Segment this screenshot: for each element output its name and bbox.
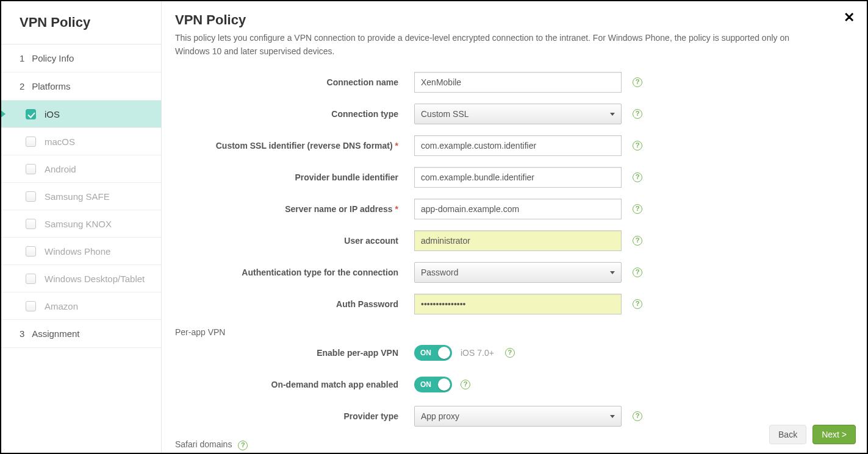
label-auth-password: Auth Password — [175, 299, 414, 309]
footer: Back Next > — [758, 416, 867, 453]
help-icon[interactable] — [633, 204, 642, 214]
label-auth-type: Authentication type for the connection — [175, 268, 414, 277]
label-custom-ssl-id: Custom SSL identifier (reverse DNS forma… — [175, 141, 414, 151]
select-value: App proxy — [421, 411, 459, 421]
select-value: Password — [421, 268, 458, 277]
label-enable-per-app: Enable per-app VPN — [175, 348, 414, 358]
help-icon[interactable] — [461, 380, 470, 389]
checkbox-icon[interactable] — [26, 109, 36, 119]
main-panel: ✕ VPN Policy This policy lets you config… — [162, 1, 867, 453]
platform-item-windows-desktop-tablet[interactable]: Windows Desktop/Tablet — [1, 265, 161, 293]
step-number: 3 — [20, 328, 29, 339]
step-label: Policy Info — [32, 53, 74, 63]
nav-step-assignment[interactable]: 3 Assignment — [1, 320, 161, 348]
select-provider-type[interactable]: App proxy — [414, 406, 622, 427]
hint-ios-version: iOS 7.0+ — [461, 348, 494, 358]
help-icon[interactable] — [633, 268, 642, 277]
next-button[interactable]: Next > — [812, 425, 856, 444]
page-title: VPN Policy — [175, 12, 845, 28]
help-icon[interactable] — [633, 236, 642, 246]
checkbox-icon[interactable] — [26, 137, 36, 147]
checkbox-icon[interactable] — [26, 164, 36, 174]
step-number: 2 — [20, 81, 29, 91]
section-per-app-vpn: Per-app VPN — [162, 320, 867, 337]
nav-step-policy-info[interactable]: 1 Policy Info — [1, 44, 161, 73]
toggle-on-text: ON — [420, 349, 431, 357]
checkbox-icon[interactable] — [26, 301, 36, 311]
toggle-knob-icon — [438, 347, 450, 359]
page-description: This policy lets you configure a VPN con… — [175, 32, 797, 58]
platform-item-samsung-knox[interactable]: Samsung KNOX — [1, 210, 161, 238]
platform-item-android[interactable]: Android — [1, 155, 161, 183]
platform-label: Windows Desktop/Tablet — [45, 274, 145, 284]
platform-item-samsung-safe[interactable]: Samsung SAFE — [1, 183, 161, 210]
input-connection-name[interactable] — [414, 72, 622, 93]
sidebar-title: VPN Policy — [1, 1, 161, 44]
help-icon[interactable] — [633, 77, 642, 87]
platform-label: Windows Phone — [45, 246, 110, 257]
platform-item-amazon[interactable]: Amazon — [1, 293, 161, 320]
label-connection-name: Connection name — [175, 77, 414, 87]
back-button[interactable]: Back — [769, 425, 806, 444]
platform-item-ios[interactable]: iOS — [1, 101, 161, 128]
label-server: Server name or IP address * — [175, 204, 414, 214]
input-server[interactable] — [414, 199, 622, 219]
label-user-account: User account — [175, 236, 414, 246]
input-provider-bundle[interactable] — [414, 167, 622, 188]
checkbox-icon[interactable] — [26, 274, 36, 284]
input-auth-password[interactable] — [414, 294, 622, 314]
platform-label: Samsung KNOX — [45, 219, 112, 229]
select-connection-type[interactable]: Custom SSL — [414, 104, 622, 124]
step-number: 1 — [20, 53, 29, 63]
label-provider-bundle: Provider bundle identifier — [175, 172, 414, 182]
help-icon[interactable] — [633, 109, 642, 119]
chevron-down-icon — [610, 113, 615, 116]
select-value: Custom SSL — [421, 109, 469, 119]
toggle-on-text: ON — [420, 380, 431, 389]
checkbox-icon[interactable] — [26, 219, 36, 229]
platform-item-macos[interactable]: macOS — [1, 128, 161, 155]
platform-label: macOS — [45, 137, 75, 147]
help-icon[interactable] — [238, 441, 248, 450]
help-icon[interactable] — [633, 141, 642, 151]
help-icon[interactable] — [633, 172, 642, 182]
checkbox-icon[interactable] — [26, 246, 36, 257]
label-on-demand: On-demand match app enabled — [175, 380, 414, 389]
toggle-on-demand[interactable]: ON — [414, 377, 452, 392]
input-user-account[interactable] — [414, 230, 622, 251]
platform-label: Samsung SAFE — [45, 191, 110, 202]
platform-label: Amazon — [45, 301, 78, 311]
help-icon[interactable] — [633, 411, 642, 421]
chevron-down-icon — [610, 271, 615, 274]
nav-step-platforms[interactable]: 2 Platforms — [1, 73, 161, 101]
toggle-knob-icon — [438, 378, 450, 391]
checkbox-icon[interactable] — [26, 191, 36, 202]
sidebar: VPN Policy 1 Policy Info 2 Platforms iOS… — [1, 1, 162, 453]
close-icon[interactable]: ✕ — [844, 11, 855, 24]
help-icon[interactable] — [633, 299, 642, 309]
platform-item-windows-phone[interactable]: Windows Phone — [1, 238, 161, 265]
platform-label: Android — [45, 164, 76, 174]
step-label: Platforms — [32, 81, 70, 91]
select-auth-type[interactable]: Password — [414, 262, 622, 283]
platform-label: iOS — [45, 109, 60, 119]
toggle-enable-per-app[interactable]: ON — [414, 345, 452, 361]
help-icon[interactable] — [505, 348, 515, 358]
input-custom-ssl-id[interactable] — [414, 135, 622, 156]
step-label: Assignment — [32, 328, 79, 339]
label-provider-type: Provider type — [175, 411, 414, 421]
label-connection-type: Connection type — [175, 109, 414, 119]
chevron-down-icon — [610, 415, 615, 418]
